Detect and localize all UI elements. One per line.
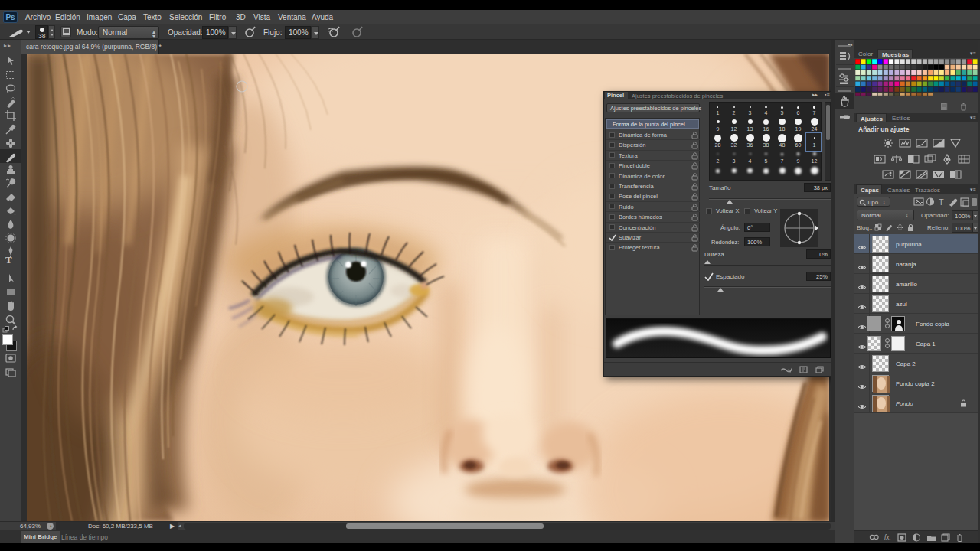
- svg-text:T: T: [939, 197, 944, 207]
